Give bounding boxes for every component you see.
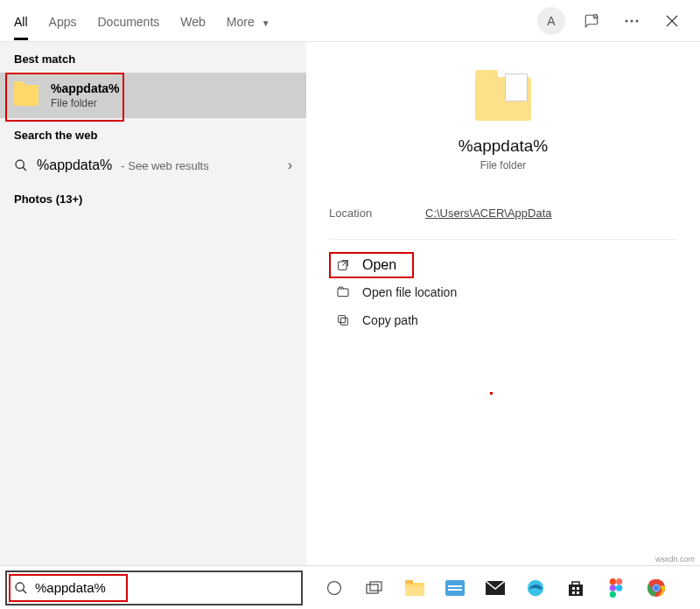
figma-icon[interactable]	[606, 578, 626, 598]
svg-rect-24	[572, 592, 575, 594]
preview-subtitle: File folder	[329, 159, 677, 172]
close-icon[interactable]	[658, 7, 686, 35]
tab-more[interactable]: More ▼	[227, 3, 270, 39]
edge-icon[interactable]	[525, 578, 546, 598]
settings-icon[interactable]	[444, 578, 466, 598]
preview-title: %appdata%	[329, 136, 677, 156]
svg-rect-17	[448, 585, 462, 587]
svg-point-4	[16, 160, 24, 168]
svg-rect-18	[448, 589, 462, 591]
tab-documents[interactable]: Documents	[97, 3, 159, 39]
watermark: wsxdn.com	[655, 555, 695, 564]
search-input[interactable]	[35, 580, 294, 595]
avatar[interactable]: A	[537, 7, 565, 35]
svg-point-28	[610, 584, 616, 591]
best-match-item[interactable]: %appdata% File folder	[0, 73, 306, 118]
chevron-right-icon: ›	[288, 158, 292, 173]
chevron-down-icon: ▼	[262, 18, 270, 28]
chrome-icon[interactable]	[646, 578, 667, 598]
open-icon	[336, 258, 350, 272]
svg-point-1	[626, 19, 628, 22]
action-open[interactable]: Open	[329, 252, 677, 278]
actions-list: Open Open file location Copy path	[329, 252, 677, 334]
preview-pane: %appdata% File folder Location C:\Users\…	[306, 42, 700, 565]
location-value[interactable]: C:\Users\ACER\AppData	[425, 206, 552, 220]
tab-all[interactable]: All	[14, 3, 28, 39]
svg-point-30	[610, 591, 616, 597]
svg-point-34	[654, 584, 659, 590]
top-bar: All Apps Documents Web More ▼ A	[0, 0, 700, 42]
action-copy-path[interactable]: Copy path	[329, 306, 677, 334]
svg-rect-25	[577, 592, 579, 594]
folder-location-icon	[336, 285, 350, 299]
action-open-location[interactable]: Open file location	[329, 278, 677, 306]
tabs: All Apps Documents Web More ▼	[14, 3, 537, 39]
tab-more-label: More	[227, 15, 255, 29]
svg-point-9	[16, 583, 24, 591]
more-options-icon[interactable]	[618, 7, 646, 35]
svg-rect-6	[338, 289, 348, 297]
svg-point-10	[328, 581, 341, 594]
results-pane: Best match %appdata% File folder Search …	[0, 42, 306, 565]
svg-point-3	[636, 19, 639, 22]
web-result-suffix: - See web results	[121, 159, 208, 172]
mail-icon[interactable]	[485, 578, 506, 598]
file-explorer-icon[interactable]	[404, 578, 425, 598]
feedback-icon[interactable]	[578, 7, 606, 35]
main-content: Best match %appdata% File folder Search …	[0, 42, 700, 565]
task-view-icon[interactable]	[364, 578, 385, 598]
action-copy-path-label: Copy path	[362, 313, 418, 327]
folder-icon	[14, 85, 38, 106]
search-box[interactable]	[5, 570, 303, 606]
annotation-dot	[490, 392, 493, 395]
taskbar	[0, 565, 700, 609]
svg-rect-12	[370, 582, 382, 591]
location-row: Location C:\Users\ACER\AppData	[329, 206, 677, 240]
svg-rect-16	[445, 580, 465, 596]
store-icon[interactable]	[565, 578, 586, 598]
search-web-label: Search the web	[0, 118, 306, 149]
best-match-label: Best match	[0, 42, 306, 73]
svg-point-2	[631, 19, 634, 22]
cortana-icon[interactable]	[324, 578, 345, 598]
svg-rect-7	[340, 318, 347, 325]
svg-rect-21	[569, 584, 583, 596]
tab-web[interactable]: Web	[180, 3, 206, 39]
action-open-label: Open	[362, 257, 396, 273]
taskbar-icons	[324, 578, 667, 598]
svg-rect-15	[405, 586, 424, 596]
folder-icon	[475, 77, 531, 121]
location-label: Location	[329, 206, 425, 220]
web-result-item[interactable]: %appdata% - See web results ›	[0, 149, 306, 182]
svg-point-26	[610, 578, 616, 584]
svg-rect-23	[577, 587, 579, 590]
search-icon	[14, 158, 28, 172]
photos-label: Photos (13+)	[0, 182, 306, 213]
search-icon	[14, 581, 28, 595]
web-result-query: %appdata%	[37, 158, 112, 173]
svg-rect-8	[339, 316, 346, 323]
svg-point-29	[616, 584, 622, 591]
preview-icon-area	[329, 77, 677, 121]
action-open-location-label: Open file location	[362, 285, 457, 299]
tab-apps[interactable]: Apps	[49, 3, 77, 39]
svg-rect-14	[405, 580, 413, 584]
copy-icon	[336, 313, 350, 327]
svg-point-27	[616, 578, 622, 584]
svg-rect-11	[367, 584, 378, 593]
top-right: A	[537, 7, 686, 35]
svg-rect-22	[572, 587, 575, 590]
